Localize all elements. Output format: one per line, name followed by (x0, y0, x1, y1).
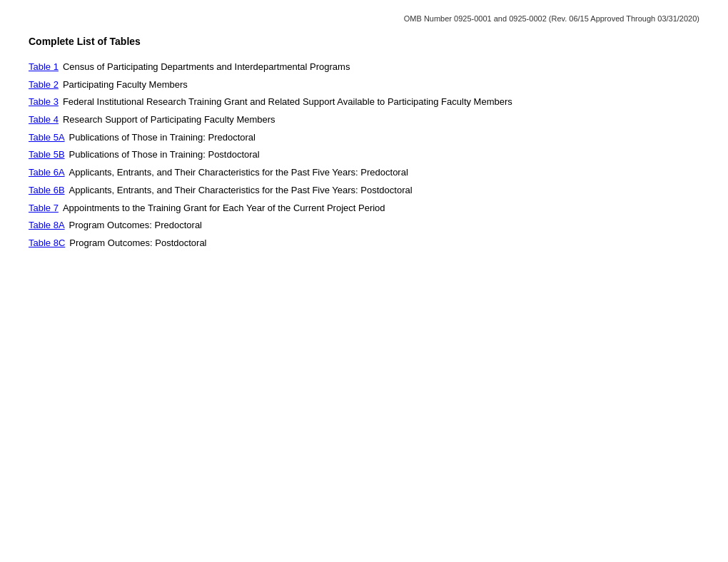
table-link-table-8c[interactable]: Table 8C (29, 235, 65, 252)
table-description: Program Outcomes: Postdoctoral (69, 235, 206, 252)
table-link-table-5a[interactable]: Table 5A (29, 129, 65, 147)
table-link-table-6a[interactable]: Table 6A (29, 164, 65, 182)
table-link-table-5b[interactable]: Table 5B (29, 146, 65, 164)
page-title: Complete List of Tables (29, 36, 699, 47)
table-description: Federal Institutional Research Training … (63, 93, 512, 111)
table-description: Publications of Those in Training: Postd… (69, 146, 260, 164)
table-description: Applicants, Entrants, and Their Characte… (69, 164, 408, 182)
list-item: Table 2Participating Faculty Members (29, 76, 699, 94)
list-item: Table 6AApplicants, Entrants, and Their … (29, 164, 699, 182)
table-description: Census of Participating Departments and … (63, 58, 350, 76)
table-description: Applicants, Entrants, and Their Characte… (69, 182, 413, 200)
table-description: Participating Faculty Members (63, 76, 188, 94)
omb-header-text: OMB Number 0925-0001 and 0925-0002 (Rev.… (29, 14, 699, 23)
list-item: Table 8AProgram Outcomes: Predoctoral (29, 217, 699, 235)
list-item: Table 3Federal Institutional Research Tr… (29, 93, 699, 111)
table-link-table-7[interactable]: Table 7 (29, 200, 59, 218)
table-link-table-1[interactable]: Table 1 (29, 58, 59, 76)
list-item: Table 4Research Support of Participating… (29, 111, 699, 129)
list-item: Table 7Appointments to the Training Gran… (29, 200, 699, 218)
table-link-table-6b[interactable]: Table 6B (29, 182, 65, 200)
table-description: Publications of Those in Training: Predo… (69, 129, 256, 147)
table-link-table-3[interactable]: Table 3 (29, 93, 59, 111)
table-link-table-8a[interactable]: Table 8A (29, 217, 65, 235)
table-description: Appointments to the Training Grant for E… (63, 200, 385, 218)
table-link-table-2[interactable]: Table 2 (29, 76, 59, 94)
table-list: Table 1Census of Participating Departmen… (29, 58, 699, 252)
list-item: Table 1Census of Participating Departmen… (29, 58, 699, 76)
table-link-table-4[interactable]: Table 4 (29, 111, 59, 129)
table-description: Research Support of Participating Facult… (63, 111, 275, 129)
list-item: Table 8CProgram Outcomes: Postdoctoral (29, 235, 699, 252)
table-description: Program Outcomes: Predoctoral (69, 217, 202, 235)
list-item: Table 5BPublications of Those in Trainin… (29, 146, 699, 164)
list-item: Table 5APublications of Those in Trainin… (29, 129, 699, 147)
list-item: Table 6BApplicants, Entrants, and Their … (29, 182, 699, 200)
